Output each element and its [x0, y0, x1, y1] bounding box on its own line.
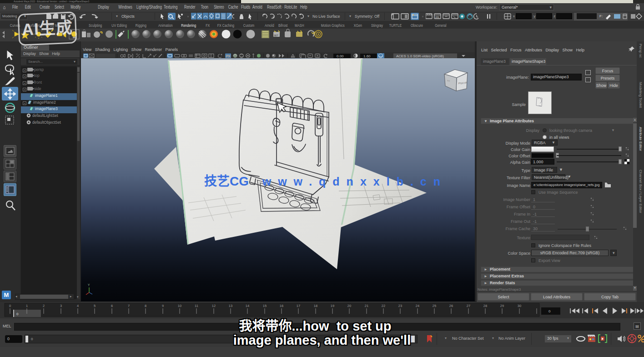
svg-text:11: 11: [195, 304, 198, 308]
svg-text:23: 23: [398, 304, 402, 308]
svg-text:8: 8: [145, 304, 146, 308]
svg-text:PX: PX: [226, 55, 231, 58]
svg-text:18: 18: [314, 304, 317, 308]
svg-text:3: 3: [60, 304, 62, 308]
svg-text:30: 30: [518, 304, 521, 308]
svg-text:7: 7: [128, 304, 130, 308]
svg-text:ACES 1.0 SDR-video (sRGB): ACES 1.0 SDR-video (sRGB): [396, 54, 444, 58]
svg-text:5: 5: [94, 304, 96, 308]
svg-text:SET: SET: [274, 34, 278, 37]
svg-text:27: 27: [467, 304, 470, 308]
svg-text:1.60: 1.60: [363, 54, 371, 58]
svg-text:6: 6: [111, 304, 113, 308]
svg-text:13: 13: [229, 304, 232, 308]
svg-text:24: 24: [416, 304, 419, 308]
svg-text:10: 10: [178, 304, 181, 308]
svg-text:15: 15: [263, 304, 267, 308]
svg-text:2: 2: [43, 304, 45, 308]
svg-text:25: 25: [433, 304, 436, 308]
svg-text:12: 12: [212, 304, 216, 308]
svg-text:22: 22: [382, 304, 385, 308]
svg-text:29: 29: [500, 304, 504, 308]
svg-text:26: 26: [449, 304, 453, 308]
svg-text:0: 0: [16, 312, 19, 316]
svg-text:20: 20: [347, 304, 351, 308]
svg-text:28: 28: [483, 304, 487, 308]
svg-text:19: 19: [331, 304, 334, 308]
svg-text:9: 9: [162, 304, 164, 308]
svg-text:0.00: 0.00: [337, 54, 344, 58]
svg-text:IPR: IPR: [435, 16, 439, 19]
svg-text:21: 21: [365, 304, 368, 308]
svg-text:16: 16: [280, 304, 283, 308]
svg-text:1: 1: [26, 304, 28, 308]
svg-text:14: 14: [246, 304, 249, 308]
svg-text:0: 0: [9, 304, 11, 308]
svg-text:4: 4: [77, 304, 79, 308]
svg-text:Y: Y: [88, 283, 90, 287]
svg-text:17: 17: [297, 304, 300, 308]
svg-text:0: 0: [548, 309, 551, 313]
